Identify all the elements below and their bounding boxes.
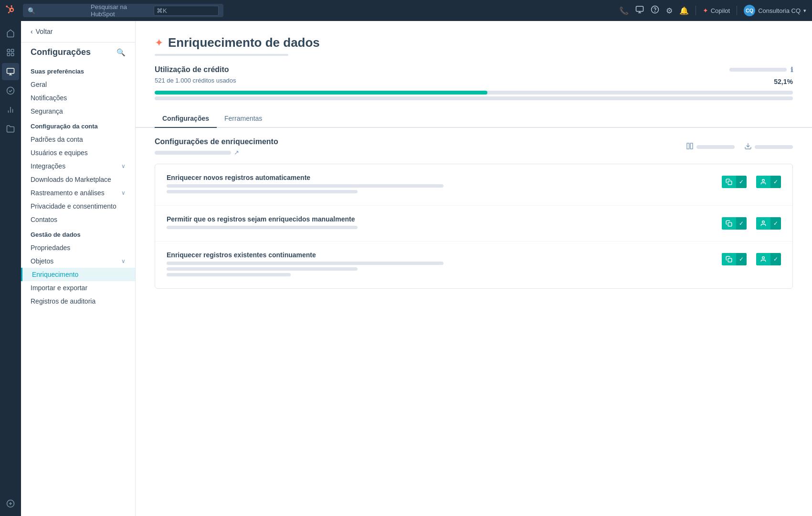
setting-controls-2: ✓ ✓ xyxy=(722,217,781,230)
toggle-check-2a: ✓ xyxy=(736,217,747,230)
chevron-down-icon: ∨ xyxy=(121,163,126,169)
credit-bar-placeholder xyxy=(729,68,787,72)
page-header: ✦ Enriquecimento de dados xyxy=(136,21,812,56)
progress-bar-fill xyxy=(155,91,487,95)
settings-icon[interactable]: ⚙ xyxy=(666,6,673,15)
svg-rect-14 xyxy=(728,222,732,226)
sidebar-item-notificacoes[interactable]: Notificações xyxy=(21,91,135,105)
help-icon[interactable] xyxy=(651,5,659,16)
toggle-button-2b[interactable]: ✓ xyxy=(756,217,781,230)
credit-progress xyxy=(155,91,793,100)
copilot-star-icon: ✦ xyxy=(703,7,708,14)
sidebar-title: Configurações 🔍 xyxy=(21,47,135,63)
toggle-main-2b xyxy=(756,217,770,230)
sidebar-item-registros[interactable]: Registros de auditoria xyxy=(21,295,135,308)
svg-rect-16 xyxy=(728,258,732,262)
sidebar-item-usuarios[interactable]: Usuários e equipes xyxy=(21,146,135,159)
external-link-icon[interactable]: ↗ xyxy=(234,149,239,156)
sidebar: ‹ Voltar Configurações 🔍 Suas preferênci… xyxy=(21,21,136,516)
credit-percent: 52,1% xyxy=(774,78,793,85)
user-menu-button[interactable]: CQ Consultoria CQ ▾ xyxy=(744,5,806,16)
sidebar-item-integracoes[interactable]: Integrações ∨ xyxy=(21,159,135,173)
section-header-data: Gestão de dados xyxy=(21,226,135,241)
setting-controls-3: ✓ ✓ xyxy=(722,253,781,265)
sidebar-item-privacidade[interactable]: Privacidade e consentimento xyxy=(21,200,135,213)
info-icon[interactable]: ℹ xyxy=(791,66,793,74)
search-icon: 🔍 xyxy=(28,7,87,14)
nav-add[interactable] xyxy=(2,495,19,512)
top-nav: 🔍 Pesquisar na HubSpot ⌘K 📞 ⚙ 🔔 ✦ Copilo… xyxy=(0,0,812,21)
chevron-down-icon2: ∨ xyxy=(121,190,126,196)
sidebar-item-rastreamento[interactable]: Rastreamento e análises ∨ xyxy=(21,186,135,200)
svg-rect-3 xyxy=(7,49,10,52)
svg-rect-6 xyxy=(11,53,14,56)
setting-title-2: Permitir que os registros sejam enriquec… xyxy=(167,215,707,223)
nav-home[interactable] xyxy=(2,25,19,42)
columns-icon xyxy=(686,142,694,152)
sidebar-item-contatos[interactable]: Contatos xyxy=(21,213,135,226)
page-title: Enriquecimento de dados xyxy=(168,35,320,50)
bell-icon[interactable]: 🔔 xyxy=(679,6,689,15)
download-icon xyxy=(744,142,752,152)
section-header-account: Configuração da conta xyxy=(21,118,135,133)
toggle-button-3b[interactable]: ✓ xyxy=(756,253,781,265)
tab-ferramentas[interactable]: Ferramentas xyxy=(217,110,270,128)
sidebar-item-importar[interactable]: Importar e exportar xyxy=(21,281,135,295)
sidebar-item-propriedades[interactable]: Propriedades xyxy=(21,241,135,254)
back-button[interactable]: ‹ Voltar xyxy=(21,21,135,42)
toggle-button-1b[interactable]: ✓ xyxy=(756,176,781,188)
setting-placeholder-3a xyxy=(167,262,443,265)
copilot-button[interactable]: ✦ Copilot xyxy=(703,7,730,14)
setting-row-1: Enriquecer novos registros automaticamen… xyxy=(155,164,792,206)
svg-rect-10 xyxy=(687,143,689,149)
toggle-check-2b: ✓ xyxy=(770,217,781,230)
action-download[interactable] xyxy=(744,142,793,152)
search-bar[interactable]: 🔍 Pesquisar na HubSpot ⌘K xyxy=(23,4,223,17)
messages-icon[interactable] xyxy=(635,5,644,16)
progress-bar-bg2 xyxy=(155,96,793,100)
toggle-button-1a[interactable]: ✓ xyxy=(722,176,747,188)
settings-section-title: Configurações de enriquecimento xyxy=(155,137,278,146)
user-chevron-icon: ▾ xyxy=(803,8,806,14)
toggle-check-1b: ✓ xyxy=(770,176,781,188)
action-columns[interactable] xyxy=(686,142,735,152)
setting-row-3: Enriquecer registros existentes continua… xyxy=(155,242,792,288)
toggle-button-2a[interactable]: ✓ xyxy=(722,217,747,230)
sidebar-item-enriquecimento[interactable]: Enriquecimento xyxy=(21,268,135,281)
progress-bar-fill2 xyxy=(155,96,569,100)
nav-reports[interactable] xyxy=(2,101,19,118)
settings-card: Enriquecer novos registros automaticamen… xyxy=(155,164,793,289)
copilot-label: Copilot xyxy=(711,7,730,14)
tab-configuracoes[interactable]: Configurações xyxy=(155,110,217,128)
back-icon: ‹ xyxy=(31,28,33,35)
toggle-check-3a: ✓ xyxy=(736,253,747,265)
svg-rect-7 xyxy=(7,68,14,74)
sidebar-item-geral[interactable]: Geral xyxy=(21,78,135,91)
setting-placeholder-3b xyxy=(167,267,358,271)
toggle-main-1b xyxy=(756,176,770,188)
nav-divider xyxy=(696,6,696,15)
toggle-button-3a[interactable]: ✓ xyxy=(722,253,747,265)
top-nav-actions: 📞 ⚙ 🔔 ✦ Copilot CQ Consultoria CQ ▾ xyxy=(619,5,806,16)
hubspot-logo[interactable] xyxy=(6,5,15,17)
sidebar-item-seguranca[interactable]: Segurança xyxy=(21,105,135,118)
setting-info-2: Permitir que os registros sejam enriquec… xyxy=(167,215,707,232)
nav-marketing[interactable] xyxy=(2,82,19,99)
nav-files[interactable] xyxy=(2,120,19,137)
svg-point-13 xyxy=(762,179,765,182)
phone-icon[interactable]: 📞 xyxy=(619,6,629,15)
sidebar-item-marketplace[interactable]: Downloads do Marketplace xyxy=(21,173,135,186)
nav-settings[interactable] xyxy=(2,63,19,80)
sidebar-item-objetos[interactable]: Objetos ∨ xyxy=(21,254,135,268)
chevron-down-icon3: ∨ xyxy=(121,258,126,264)
page-title-row: ✦ Enriquecimento de dados xyxy=(155,35,793,50)
user-avatar: CQ xyxy=(744,5,755,16)
nav-contacts[interactable] xyxy=(2,44,19,61)
setting-info-3: Enriquecer registros existentes continua… xyxy=(167,251,707,279)
action-text2 xyxy=(755,145,793,149)
loading-indicator xyxy=(155,54,288,56)
sidebar-item-padroes[interactable]: Padrões da conta xyxy=(21,133,135,146)
sidebar-search-icon[interactable]: 🔍 xyxy=(116,48,126,57)
svg-rect-0 xyxy=(636,6,643,11)
svg-rect-4 xyxy=(11,49,14,52)
